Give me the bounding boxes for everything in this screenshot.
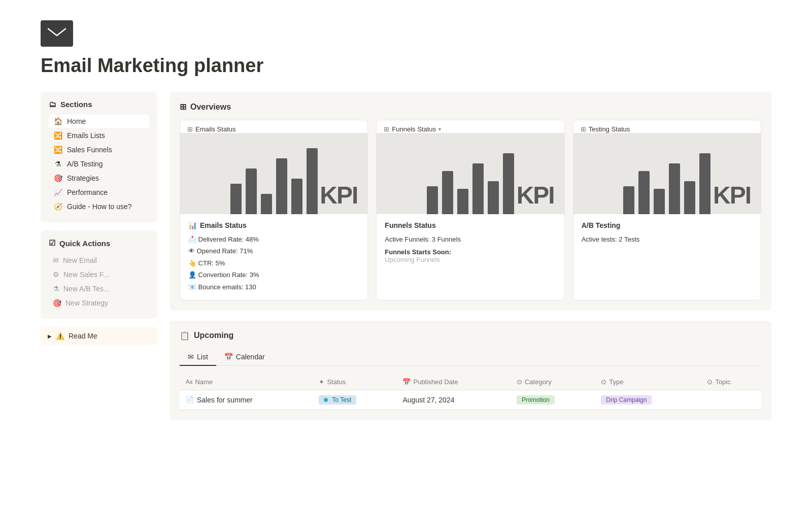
- col-name: Aa Name: [180, 374, 313, 390]
- col-published-date: 📅 Published Date: [396, 374, 510, 390]
- status-badge: To Test: [319, 395, 356, 404]
- funnels-chevron-icon[interactable]: ▾: [438, 126, 441, 132]
- emails-status-card-header-label: Emails Status: [195, 125, 235, 133]
- home-icon: 🏠: [53, 117, 63, 125]
- bar-5: [291, 179, 302, 214]
- nav-item-sales-funnels[interactable]: 🔀 Sales Funnels: [49, 143, 149, 156]
- new-strategy-icon: 🎯: [53, 299, 61, 307]
- tbar-5: [684, 181, 695, 214]
- row-doc-icon: 📄: [186, 396, 194, 403]
- fbar-5: [488, 181, 499, 214]
- nav-item-emails-lists[interactable]: 🔀 Emails Lists: [49, 129, 149, 142]
- quick-action-new-email[interactable]: ✉ New Email: [49, 254, 149, 267]
- quick-action-new-strategy[interactable]: 🎯 New Strategy: [49, 296, 149, 310]
- upcoming-table-container: Aa Name ✦ Status: [180, 374, 761, 410]
- testing-status-card: ⊞ Testing Status KPI: [573, 120, 761, 300]
- funnels-active-stat: Active Funnels: 3 Funnels: [385, 233, 556, 245]
- emails-card-title-text: Emails Status: [200, 221, 247, 229]
- funnels-starts-soon: Funnels Starts Soon:: [385, 248, 556, 256]
- emails-stat-delivered: 📩 Delivered Rate: 48%: [188, 233, 359, 245]
- overviews-icon: ⊞: [180, 102, 186, 112]
- quick-actions-icon: ☑: [49, 239, 55, 248]
- emails-lists-icon: 🔀: [53, 131, 63, 140]
- testing-card-title: A/B Testing: [582, 221, 753, 229]
- kpi-cards-row: ⊞ Emails Status KPI: [180, 120, 761, 300]
- col-date-label: Published Date: [413, 378, 458, 386]
- col-name-icon: Aa: [186, 379, 192, 385]
- cell-published-date: August 27, 2024: [396, 390, 510, 410]
- page-icon: [41, 20, 771, 47]
- testing-active-stat: Active tests: 2 Tests: [582, 233, 753, 245]
- bar-1: [230, 184, 242, 214]
- fbar-1: [427, 186, 438, 214]
- emails-kpi-chart: KPI: [180, 133, 367, 214]
- read-me-label: Read Me: [69, 332, 97, 340]
- bar-6: [307, 148, 318, 214]
- table-body: 📄 Sales for summer To Test: [180, 390, 761, 410]
- nav-item-performance[interactable]: 📈 Performance: [49, 186, 149, 199]
- cell-type: Drip Campaign: [595, 390, 701, 410]
- overviews-label: Overviews: [190, 103, 231, 112]
- funnels-status-card-header-label: Funnels Status: [392, 125, 436, 133]
- testing-card-body: A/B Testing Active tests: 2 Tests: [573, 214, 761, 252]
- upcoming-section: 📋 Upcoming ✉ List 📅 Calendar: [170, 321, 771, 420]
- nav-label-ab-testing: A/B Testing: [67, 160, 103, 168]
- new-ab-label: New A/B Tes...: [63, 285, 110, 293]
- funnels-card-title-text: Funnels Status: [385, 221, 435, 229]
- table-row[interactable]: 📄 Sales for summer To Test: [180, 390, 761, 410]
- emails-card-title: 📊 Emails Status: [188, 221, 359, 229]
- funnels-status-card: ⊞ Funnels Status ▾ KPI: [376, 120, 564, 300]
- sidebar: 🗂 Sections 🏠 Home 🔀 Emails Lists 🔀 Sales…: [41, 92, 157, 345]
- sections-panel: 🗂 Sections 🏠 Home 🔀 Emails Lists 🔀 Sales…: [41, 92, 157, 222]
- funnels-kpi-chart: KPI: [377, 133, 564, 214]
- cell-status: To Test: [313, 390, 396, 410]
- nav-label-emails-lists: Emails Lists: [67, 131, 105, 140]
- cell-category: Promotion: [511, 390, 595, 410]
- tab-list[interactable]: ✉ List: [180, 349, 216, 366]
- nav-item-guide[interactable]: 🧭 Guide - How to use?: [49, 200, 149, 213]
- emails-stat-bounce: 📧 Bounce emails: 130: [188, 281, 359, 293]
- testing-card-title-text: A/B Testing: [582, 221, 621, 229]
- nav-label-sales-funnels: Sales Funnels: [67, 146, 112, 154]
- col-status-label: Status: [327, 378, 346, 386]
- tbar-6: [699, 153, 710, 214]
- quick-action-new-sales-f[interactable]: ⚙ New Sales F...: [49, 268, 149, 281]
- sales-funnels-icon: 🔀: [53, 146, 63, 154]
- quick-actions-label: Quick Actions: [59, 239, 110, 248]
- calendar-tab-label: Calendar: [236, 353, 265, 361]
- upcoming-icon: 📋: [180, 331, 190, 341]
- quick-action-new-ab-test[interactable]: ⚗ New A/B Tes...: [49, 282, 149, 295]
- col-type-label: Type: [609, 378, 623, 386]
- main-content: ⊞ Overviews ⊞ Emails Status: [170, 92, 771, 420]
- overviews-section: ⊞ Overviews ⊞ Emails Status: [170, 92, 771, 311]
- emails-status-card: ⊞ Emails Status KPI: [180, 120, 368, 300]
- category-badge: Promotion: [517, 395, 555, 404]
- svg-rect-0: [48, 26, 66, 41]
- read-me-arrow: ▶: [48, 333, 52, 339]
- tbar-1: [623, 186, 634, 214]
- nav-item-home[interactable]: 🏠 Home: [49, 115, 149, 128]
- nav-label-home: Home: [67, 117, 86, 125]
- row-name-text: Sales for summer: [197, 396, 253, 404]
- nav-item-ab-testing[interactable]: ⚗ A/B Testing: [49, 157, 149, 171]
- col-status-icon: ✦: [319, 378, 324, 386]
- sections-header: 🗂 Sections: [49, 100, 149, 109]
- nav-item-strategies[interactable]: 🎯 Strategies: [49, 172, 149, 185]
- funnels-upcoming: Upcoming Funnels: [385, 256, 556, 263]
- tab-calendar[interactable]: 📅 Calendar: [216, 349, 273, 366]
- quick-actions-panel: ☑ Quick Actions ✉ New Email ⚙ New Sales …: [41, 230, 157, 319]
- bar-3: [261, 194, 272, 214]
- upcoming-table: Aa Name ✦ Status: [180, 374, 761, 410]
- upcoming-label: Upcoming: [194, 331, 233, 340]
- emails-card-body: 📊 Emails Status 📩 Delivered Rate: 48% 👁 …: [180, 214, 367, 300]
- read-me-item[interactable]: ▶ ⚠️ Read Me: [41, 327, 157, 345]
- upcoming-tabs: ✉ List 📅 Calendar: [180, 349, 761, 366]
- tbar-4: [669, 163, 680, 214]
- overviews-header: ⊞ Overviews: [180, 102, 761, 112]
- funnels-card-title: Funnels Status: [385, 221, 556, 229]
- col-type-icon: ⊙: [601, 378, 606, 386]
- col-category-icon: ⊙: [517, 378, 522, 386]
- col-date-icon: 📅: [402, 378, 411, 386]
- sections-icon: 🗂: [49, 100, 56, 109]
- funnels-card-body: Funnels Status Active Funnels: 3 Funnels…: [377, 214, 564, 271]
